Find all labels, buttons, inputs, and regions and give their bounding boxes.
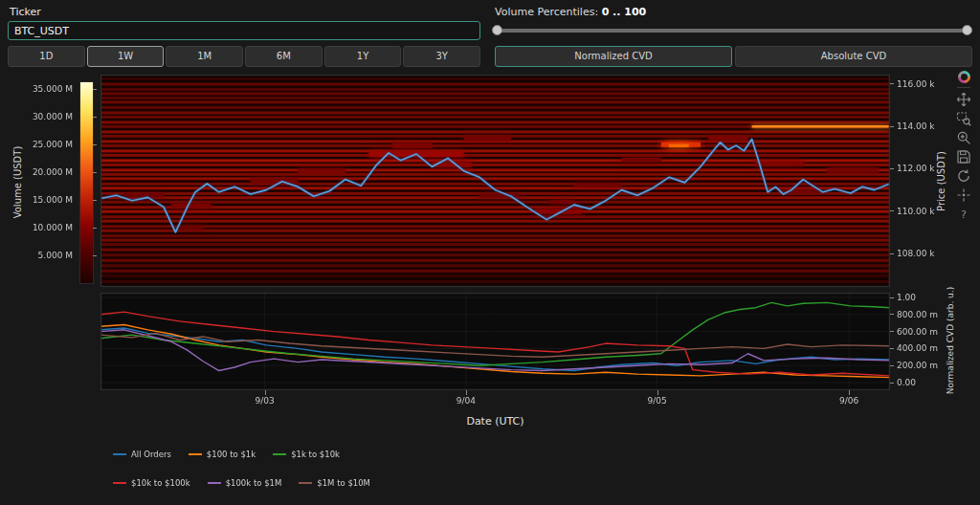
- tick-mark: [890, 126, 894, 127]
- legend-swatch: [113, 453, 126, 455]
- tick-mark: [265, 390, 266, 395]
- volume-percentiles-label: Volume Percentiles: 0 .. 100: [495, 6, 646, 18]
- tick-label: 9/06: [839, 396, 858, 406]
- legend-item: $1M to $10M: [299, 478, 370, 488]
- reset-tool-icon[interactable]: [956, 168, 971, 184]
- legend-swatch: [273, 453, 286, 455]
- tick-label: 20.000 M: [29, 167, 73, 177]
- wheel-zoom-tool-icon[interactable]: [956, 130, 971, 145]
- tick-label: 10.000 M: [29, 223, 73, 232]
- app-root: Ticker Volume Percentiles: 0 .. 100 1D1W…: [0, 0, 980, 505]
- tick-label: 1.00: [897, 293, 916, 302]
- tick-mark: [93, 144, 97, 145]
- tick-label: 116.00 k: [897, 79, 935, 89]
- tick-mark: [890, 297, 894, 298]
- tick-mark: [890, 83, 894, 84]
- timeframe-button-1w[interactable]: 1W: [87, 46, 165, 67]
- legend-item: $1k to $10k: [273, 450, 340, 459]
- tick-label: 15.000 M: [29, 195, 73, 205]
- tick-label: 112.00 k: [897, 164, 935, 173]
- toolbar-divider: [957, 87, 970, 88]
- tick-mark: [890, 314, 894, 315]
- plot-toolbar: ?: [956, 71, 971, 222]
- tick-mark: [890, 348, 894, 349]
- tick-mark: [890, 253, 894, 254]
- tick-mark: [93, 255, 97, 256]
- box-zoom-tool-icon[interactable]: [956, 111, 971, 126]
- tick-label: 5.000 M: [29, 251, 73, 260]
- tick-mark: [890, 210, 894, 211]
- tick-label: 800.00 m: [897, 310, 938, 319]
- tick-label: 108.00 k: [897, 249, 935, 258]
- legend-swatch: [189, 453, 202, 455]
- legend-swatch: [299, 482, 312, 484]
- tick-mark: [890, 331, 894, 332]
- volume-percentiles-slider[interactable]: [497, 29, 968, 33]
- tick-label: 114.00 k: [897, 121, 935, 131]
- slider-range-fill: [497, 29, 968, 33]
- tick-mark: [93, 172, 97, 173]
- legend-item: $100k to $1M: [208, 478, 282, 488]
- bokeh-logo-icon[interactable]: [958, 71, 970, 83]
- tick-mark: [466, 390, 467, 395]
- timeframe-button-6m[interactable]: 6M: [245, 46, 323, 67]
- price-axis-label: Price (USDT): [936, 143, 947, 220]
- legend-row-2: $10k to $100k$100k to $1M$1M to $10M: [113, 478, 370, 488]
- pan-tool-icon[interactable]: [956, 92, 971, 107]
- tick-label: 600.00 m: [897, 327, 938, 337]
- tick-label: 200.00 m: [897, 361, 938, 370]
- tick-mark: [93, 200, 97, 201]
- date-axis-label: Date (UTC): [100, 415, 890, 428]
- timeframe-button-3y[interactable]: 3Y: [403, 46, 480, 67]
- volume-colorbar: [80, 82, 93, 283]
- tick-label: 9/05: [648, 396, 667, 406]
- hover-tool-icon[interactable]: [956, 187, 971, 203]
- tick-mark: [849, 390, 850, 395]
- tick-label: 35.000 M: [29, 84, 73, 94]
- tick-mark: [890, 383, 894, 384]
- legend-item: All Orders: [113, 450, 171, 459]
- volume-axis-label: Volume (USDT): [12, 137, 23, 229]
- svg-text:?: ?: [961, 209, 967, 221]
- timeframe-button-1d[interactable]: 1D: [8, 46, 85, 67]
- legend-item: $100 to $1k: [189, 450, 256, 459]
- cvd-button-normalized-cvd[interactable]: Normalized CVD: [495, 46, 732, 67]
- timeframe-button-group: 1D1W1M6M1Y3Y: [8, 46, 480, 67]
- legend-label: $100k to $1M: [226, 478, 282, 488]
- ticker-input[interactable]: [8, 21, 480, 40]
- tick-mark: [93, 228, 97, 229]
- percentiles-value-text: 0 .. 100: [602, 6, 647, 18]
- tick-mark: [890, 365, 894, 366]
- tick-label: 25.000 M: [29, 140, 73, 149]
- legend-label: $1k to $10k: [291, 450, 340, 459]
- cvd-plot[interactable]: [100, 293, 890, 390]
- tick-mark: [657, 390, 658, 395]
- tick-mark: [93, 117, 97, 118]
- slider-handle-max[interactable]: [962, 25, 972, 35]
- legend-swatch: [113, 482, 126, 484]
- tick-label: 0.00: [897, 378, 916, 387]
- legend-item: $10k to $100k: [113, 478, 190, 488]
- slider-handle-min[interactable]: [492, 25, 502, 35]
- legend-label: $100 to $1k: [207, 450, 256, 459]
- tick-label: 9/03: [255, 396, 274, 406]
- tick-label: 110.00 k: [897, 207, 935, 216]
- tick-label: 9/04: [457, 396, 476, 406]
- legend-row-1: All Orders$100 to $1k$1k to $10k: [113, 450, 340, 459]
- cvd-button-absolute-cvd[interactable]: Absolute CVD: [735, 46, 972, 67]
- tick-mark: [93, 89, 97, 90]
- tick-mark: [890, 168, 894, 169]
- legend-label: $1M to $10M: [317, 478, 370, 488]
- legend-label: All Orders: [131, 450, 171, 459]
- tick-label: 400.00 m: [897, 343, 938, 353]
- save-tool-icon[interactable]: [956, 149, 971, 165]
- legend-label: $10k to $100k: [131, 478, 190, 488]
- tick-label: 30.000 M: [29, 112, 73, 121]
- help-tool-icon[interactable]: ?: [956, 207, 971, 222]
- timeframe-button-1m[interactable]: 1M: [166, 46, 243, 67]
- percentiles-label-text: Volume Percentiles:: [495, 6, 598, 18]
- price-heatmap-plot[interactable]: [100, 75, 890, 287]
- ticker-label: Ticker: [10, 6, 41, 18]
- cvd-mode-button-group: Normalized CVDAbsolute CVD: [495, 46, 972, 67]
- timeframe-button-1y[interactable]: 1Y: [324, 46, 402, 67]
